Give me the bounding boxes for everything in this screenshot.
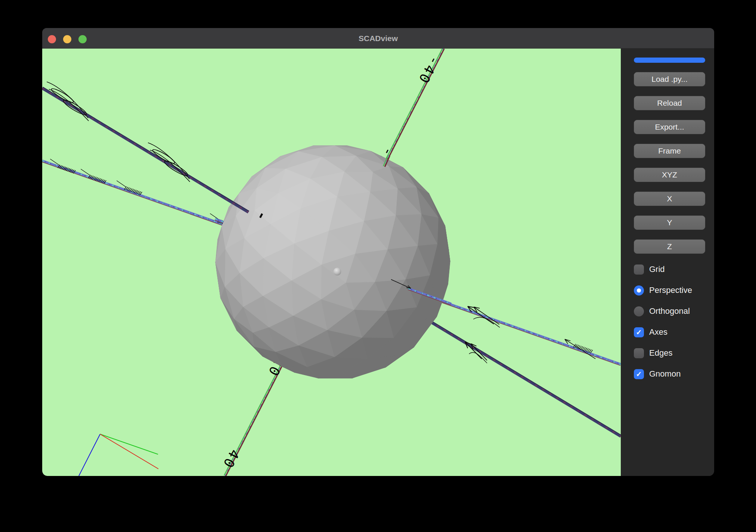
check-icon: ✓	[636, 329, 642, 336]
checkbox-grid[interactable]	[634, 265, 644, 275]
sidebar-button-y[interactable]: Y	[634, 216, 705, 230]
toggle-label-orthogonal: Orthogonal	[649, 306, 690, 316]
sidebar-button-export[interactable]: Export...	[634, 120, 705, 134]
sidebar-button-reload[interactable]: Reload	[634, 96, 705, 110]
radio-perspective[interactable]	[634, 285, 644, 296]
radio-orthogonal[interactable]	[634, 306, 644, 316]
toggle-row-axes: ✓Axes	[634, 327, 667, 337]
viewport-3d[interactable]: -40-202040	[42, 49, 621, 476]
toggle-row-orthogonal: Orthogonal	[634, 306, 690, 316]
sphere-mesh	[216, 146, 450, 378]
toggle-label-edges: Edges	[649, 348, 672, 358]
toggle-row-grid: Grid	[634, 264, 665, 275]
toggle-label-perspective: Perspective	[649, 285, 692, 295]
check-icon: ✓	[636, 371, 642, 378]
traffic-close-button[interactable]	[48, 35, 56, 43]
viewport-canvas[interactable]: -40-202040	[42, 49, 621, 476]
traffic-minimize-button[interactable]	[63, 35, 71, 43]
toggle-row-perspective: Perspective	[634, 285, 692, 296]
sidebar-button-frame[interactable]: Frame	[634, 144, 705, 158]
checkbox-axes[interactable]: ✓	[634, 327, 644, 337]
sidebar-button-xyz[interactable]: XYZ	[634, 168, 705, 182]
window-title: SCADview	[42, 28, 714, 49]
checkbox-gnomon[interactable]: ✓	[634, 369, 644, 379]
checkbox-edges[interactable]	[634, 348, 644, 358]
sidebar-button-load-py[interactable]: Load .py...	[634, 72, 705, 86]
toggle-label-axes: Axes	[649, 327, 667, 337]
titlebar[interactable]: SCADview	[42, 28, 714, 49]
toggle-row-edges: Edges	[634, 348, 672, 358]
toggle-label-grid: Grid	[649, 265, 665, 274]
origin-dot	[334, 268, 341, 276]
desktop-background: SCADview -40-202040 Load .py...ReloadExp…	[0, 0, 756, 532]
progress-bar	[634, 58, 705, 63]
sidebar: Load .py...ReloadExport...FrameXYZXYZGri…	[621, 49, 714, 476]
sidebar-button-x[interactable]: X	[634, 192, 705, 206]
radio-dot	[637, 288, 641, 293]
app-window: SCADview -40-202040 Load .py...ReloadExp…	[42, 28, 714, 476]
sidebar-button-z[interactable]: Z	[634, 239, 705, 254]
toggle-label-gnomon: Gnomon	[649, 369, 681, 379]
toggle-row-gnomon: ✓Gnomon	[634, 369, 681, 379]
traffic-zoom-button[interactable]	[78, 35, 87, 43]
